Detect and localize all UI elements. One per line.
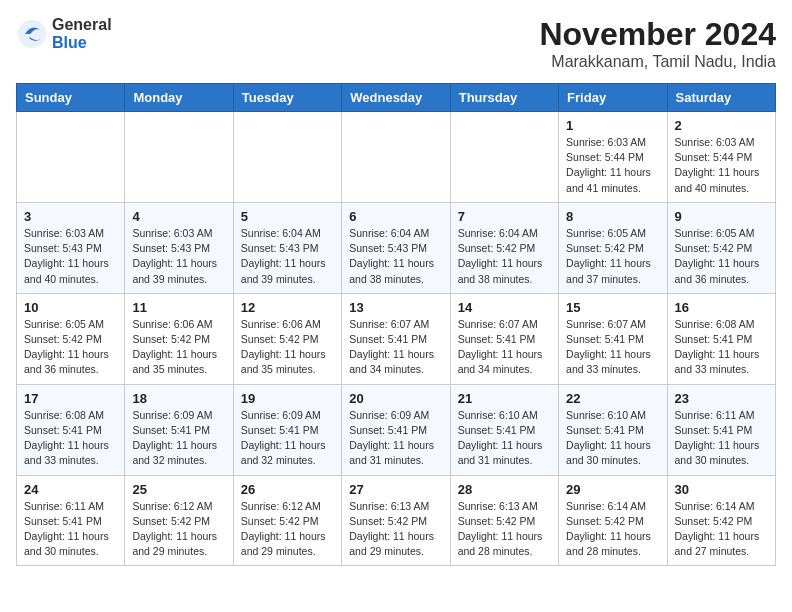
calendar-day-cell: 10Sunrise: 6:05 AM Sunset: 5:42 PM Dayli… bbox=[17, 293, 125, 384]
calendar-day-cell: 13Sunrise: 6:07 AM Sunset: 5:41 PM Dayli… bbox=[342, 293, 450, 384]
day-number: 30 bbox=[675, 482, 768, 497]
day-info: Sunrise: 6:05 AM Sunset: 5:42 PM Dayligh… bbox=[566, 226, 659, 287]
day-number: 19 bbox=[241, 391, 334, 406]
day-info: Sunrise: 6:11 AM Sunset: 5:41 PM Dayligh… bbox=[675, 408, 768, 469]
day-number: 3 bbox=[24, 209, 117, 224]
calendar-day-cell: 21Sunrise: 6:10 AM Sunset: 5:41 PM Dayli… bbox=[450, 384, 558, 475]
weekday-header-cell: Sunday bbox=[17, 84, 125, 112]
logo: General Blue bbox=[16, 16, 112, 51]
calendar-day-cell: 7Sunrise: 6:04 AM Sunset: 5:42 PM Daylig… bbox=[450, 202, 558, 293]
day-info: Sunrise: 6:05 AM Sunset: 5:42 PM Dayligh… bbox=[675, 226, 768, 287]
calendar-day-cell: 11Sunrise: 6:06 AM Sunset: 5:42 PM Dayli… bbox=[125, 293, 233, 384]
day-info: Sunrise: 6:08 AM Sunset: 5:41 PM Dayligh… bbox=[675, 317, 768, 378]
day-info: Sunrise: 6:09 AM Sunset: 5:41 PM Dayligh… bbox=[349, 408, 442, 469]
day-number: 16 bbox=[675, 300, 768, 315]
calendar-day-cell: 9Sunrise: 6:05 AM Sunset: 5:42 PM Daylig… bbox=[667, 202, 775, 293]
day-info: Sunrise: 6:13 AM Sunset: 5:42 PM Dayligh… bbox=[349, 499, 442, 560]
calendar-day-cell: 3Sunrise: 6:03 AM Sunset: 5:43 PM Daylig… bbox=[17, 202, 125, 293]
logo-general-text: General bbox=[52, 16, 112, 34]
weekday-header-cell: Wednesday bbox=[342, 84, 450, 112]
day-number: 6 bbox=[349, 209, 442, 224]
calendar-day-cell bbox=[17, 112, 125, 203]
calendar-week-row: 3Sunrise: 6:03 AM Sunset: 5:43 PM Daylig… bbox=[17, 202, 776, 293]
day-info: Sunrise: 6:10 AM Sunset: 5:41 PM Dayligh… bbox=[458, 408, 551, 469]
day-info: Sunrise: 6:06 AM Sunset: 5:42 PM Dayligh… bbox=[132, 317, 225, 378]
day-info: Sunrise: 6:04 AM Sunset: 5:43 PM Dayligh… bbox=[241, 226, 334, 287]
day-number: 10 bbox=[24, 300, 117, 315]
day-info: Sunrise: 6:11 AM Sunset: 5:41 PM Dayligh… bbox=[24, 499, 117, 560]
location-subtitle: Marakkanam, Tamil Nadu, India bbox=[539, 53, 776, 71]
calendar-day-cell: 1Sunrise: 6:03 AM Sunset: 5:44 PM Daylig… bbox=[559, 112, 667, 203]
logo-blue-text: Blue bbox=[52, 34, 112, 52]
day-info: Sunrise: 6:04 AM Sunset: 5:42 PM Dayligh… bbox=[458, 226, 551, 287]
calendar-body: 1Sunrise: 6:03 AM Sunset: 5:44 PM Daylig… bbox=[17, 112, 776, 566]
calendar-day-cell: 20Sunrise: 6:09 AM Sunset: 5:41 PM Dayli… bbox=[342, 384, 450, 475]
calendar-day-cell: 5Sunrise: 6:04 AM Sunset: 5:43 PM Daylig… bbox=[233, 202, 341, 293]
calendar-day-cell: 27Sunrise: 6:13 AM Sunset: 5:42 PM Dayli… bbox=[342, 475, 450, 566]
day-info: Sunrise: 6:12 AM Sunset: 5:42 PM Dayligh… bbox=[132, 499, 225, 560]
day-info: Sunrise: 6:10 AM Sunset: 5:41 PM Dayligh… bbox=[566, 408, 659, 469]
calendar-day-cell: 28Sunrise: 6:13 AM Sunset: 5:42 PM Dayli… bbox=[450, 475, 558, 566]
day-number: 23 bbox=[675, 391, 768, 406]
day-number: 17 bbox=[24, 391, 117, 406]
day-number: 2 bbox=[675, 118, 768, 133]
day-number: 20 bbox=[349, 391, 442, 406]
calendar-week-row: 10Sunrise: 6:05 AM Sunset: 5:42 PM Dayli… bbox=[17, 293, 776, 384]
calendar-day-cell: 14Sunrise: 6:07 AM Sunset: 5:41 PM Dayli… bbox=[450, 293, 558, 384]
calendar-table: SundayMondayTuesdayWednesdayThursdayFrid… bbox=[16, 83, 776, 566]
weekday-header-cell: Tuesday bbox=[233, 84, 341, 112]
day-number: 1 bbox=[566, 118, 659, 133]
calendar-week-row: 17Sunrise: 6:08 AM Sunset: 5:41 PM Dayli… bbox=[17, 384, 776, 475]
calendar-day-cell: 12Sunrise: 6:06 AM Sunset: 5:42 PM Dayli… bbox=[233, 293, 341, 384]
calendar-day-cell bbox=[233, 112, 341, 203]
day-info: Sunrise: 6:03 AM Sunset: 5:44 PM Dayligh… bbox=[566, 135, 659, 196]
calendar-day-cell: 4Sunrise: 6:03 AM Sunset: 5:43 PM Daylig… bbox=[125, 202, 233, 293]
day-number: 26 bbox=[241, 482, 334, 497]
day-info: Sunrise: 6:06 AM Sunset: 5:42 PM Dayligh… bbox=[241, 317, 334, 378]
calendar-day-cell: 18Sunrise: 6:09 AM Sunset: 5:41 PM Dayli… bbox=[125, 384, 233, 475]
month-title: November 2024 bbox=[539, 16, 776, 53]
day-info: Sunrise: 6:13 AM Sunset: 5:42 PM Dayligh… bbox=[458, 499, 551, 560]
day-number: 25 bbox=[132, 482, 225, 497]
day-info: Sunrise: 6:07 AM Sunset: 5:41 PM Dayligh… bbox=[349, 317, 442, 378]
day-info: Sunrise: 6:05 AM Sunset: 5:42 PM Dayligh… bbox=[24, 317, 117, 378]
day-number: 5 bbox=[241, 209, 334, 224]
day-info: Sunrise: 6:09 AM Sunset: 5:41 PM Dayligh… bbox=[241, 408, 334, 469]
day-info: Sunrise: 6:03 AM Sunset: 5:43 PM Dayligh… bbox=[132, 226, 225, 287]
calendar-day-cell: 8Sunrise: 6:05 AM Sunset: 5:42 PM Daylig… bbox=[559, 202, 667, 293]
day-info: Sunrise: 6:07 AM Sunset: 5:41 PM Dayligh… bbox=[458, 317, 551, 378]
header: General Blue November 2024 Marakkanam, T… bbox=[16, 16, 776, 71]
weekday-header-cell: Monday bbox=[125, 84, 233, 112]
weekday-header-row: SundayMondayTuesdayWednesdayThursdayFrid… bbox=[17, 84, 776, 112]
calendar-day-cell: 29Sunrise: 6:14 AM Sunset: 5:42 PM Dayli… bbox=[559, 475, 667, 566]
day-info: Sunrise: 6:14 AM Sunset: 5:42 PM Dayligh… bbox=[675, 499, 768, 560]
day-number: 12 bbox=[241, 300, 334, 315]
calendar-day-cell: 23Sunrise: 6:11 AM Sunset: 5:41 PM Dayli… bbox=[667, 384, 775, 475]
weekday-header-cell: Thursday bbox=[450, 84, 558, 112]
title-section: November 2024 Marakkanam, Tamil Nadu, In… bbox=[539, 16, 776, 71]
day-number: 11 bbox=[132, 300, 225, 315]
day-info: Sunrise: 6:12 AM Sunset: 5:42 PM Dayligh… bbox=[241, 499, 334, 560]
calendar-day-cell: 30Sunrise: 6:14 AM Sunset: 5:42 PM Dayli… bbox=[667, 475, 775, 566]
day-number: 15 bbox=[566, 300, 659, 315]
calendar-week-row: 1Sunrise: 6:03 AM Sunset: 5:44 PM Daylig… bbox=[17, 112, 776, 203]
day-number: 18 bbox=[132, 391, 225, 406]
day-info: Sunrise: 6:04 AM Sunset: 5:43 PM Dayligh… bbox=[349, 226, 442, 287]
day-info: Sunrise: 6:08 AM Sunset: 5:41 PM Dayligh… bbox=[24, 408, 117, 469]
logo-icon bbox=[16, 18, 48, 50]
day-number: 7 bbox=[458, 209, 551, 224]
calendar-day-cell: 24Sunrise: 6:11 AM Sunset: 5:41 PM Dayli… bbox=[17, 475, 125, 566]
weekday-header-cell: Friday bbox=[559, 84, 667, 112]
day-number: 9 bbox=[675, 209, 768, 224]
day-number: 8 bbox=[566, 209, 659, 224]
day-number: 29 bbox=[566, 482, 659, 497]
calendar-day-cell bbox=[450, 112, 558, 203]
calendar-day-cell: 6Sunrise: 6:04 AM Sunset: 5:43 PM Daylig… bbox=[342, 202, 450, 293]
day-info: Sunrise: 6:03 AM Sunset: 5:44 PM Dayligh… bbox=[675, 135, 768, 196]
logo-text: General Blue bbox=[52, 16, 112, 51]
day-info: Sunrise: 6:14 AM Sunset: 5:42 PM Dayligh… bbox=[566, 499, 659, 560]
day-info: Sunrise: 6:03 AM Sunset: 5:43 PM Dayligh… bbox=[24, 226, 117, 287]
calendar-day-cell: 15Sunrise: 6:07 AM Sunset: 5:41 PM Dayli… bbox=[559, 293, 667, 384]
calendar-day-cell: 25Sunrise: 6:12 AM Sunset: 5:42 PM Dayli… bbox=[125, 475, 233, 566]
svg-point-0 bbox=[18, 19, 46, 47]
